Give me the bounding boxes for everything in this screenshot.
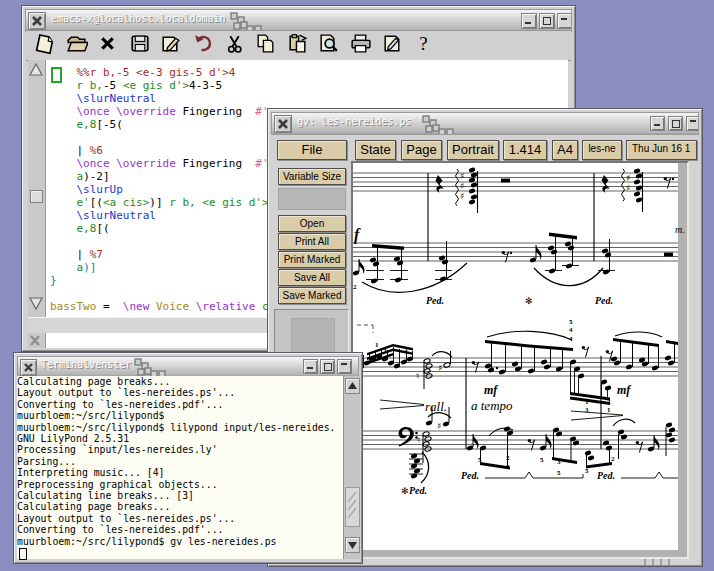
code-line: | %7: [50, 248, 282, 261]
hand-mark: m.: [675, 224, 685, 235]
code-line: %%r b,-5 <e-3 gis-5 d'>4: [50, 66, 282, 79]
gv-save-marked-button[interactable]: Save Marked: [278, 287, 346, 304]
new-file-icon[interactable]: [33, 32, 59, 58]
gv-papersize-button[interactable]: A4: [552, 140, 578, 160]
code-line: e,8[-5(: [50, 118, 282, 131]
fingering: 4: [569, 326, 573, 334]
fingering: 5: [540, 456, 544, 464]
accidental-natural: ♮: [417, 435, 420, 445]
close-icon[interactable]: [28, 12, 46, 30]
close-icon[interactable]: [20, 359, 37, 376]
scroll-up-icon[interactable]: [29, 63, 44, 77]
accidental-natural: ♮: [416, 371, 419, 381]
undo-icon[interactable]: [191, 32, 217, 58]
fingering: 2: [353, 283, 357, 291]
shade-button[interactable]: [557, 13, 572, 29]
gv-save-all-button[interactable]: Save All: [278, 269, 346, 286]
gv-print-marked-button[interactable]: Print Marked: [278, 251, 346, 268]
fingering: 5: [569, 318, 573, 326]
titlebar-decoration: [422, 114, 456, 135]
code-line: a)-2]: [50, 170, 282, 183]
fingering: 3: [506, 463, 510, 471]
fingering: 2: [506, 454, 510, 462]
emacs-toolbar: ?: [26, 30, 571, 61]
paste-icon[interactable]: [286, 32, 312, 58]
copy-icon[interactable]: [254, 32, 280, 58]
scroll-up-icon[interactable]: [345, 378, 360, 394]
pedal-release-2: ✻: [401, 486, 409, 496]
window-title: emacs-x@localhost.localdomain: [51, 13, 226, 24]
scrollbar-thumb[interactable]: [30, 190, 43, 203]
terminal-line: Preprocessing graphical objects...: [17, 479, 343, 490]
maximize-button[interactable]: [539, 13, 555, 29]
scroll-down-icon[interactable]: [29, 296, 44, 310]
gv-page-button[interactable]: Page: [401, 140, 442, 160]
fingering: 3: [585, 406, 589, 414]
resize-grip[interactable]: [643, 559, 673, 565]
gv-locator-box: [278, 188, 346, 210]
fingering: 5: [585, 467, 589, 475]
code-line: | %6: [50, 144, 282, 157]
kill-buffer-icon[interactable]: [96, 32, 122, 58]
code-line: \once \override Fingering #'ex: [50, 105, 282, 118]
scrollbar-thumb[interactable]: [345, 487, 360, 527]
print-icon[interactable]: [349, 32, 375, 58]
pedal-2: Ped.: [595, 295, 613, 306]
tempo-a-tempo: a tempo: [471, 398, 513, 413]
save-icon[interactable]: [128, 32, 154, 58]
svg-text:♯: ♯: [460, 191, 464, 201]
shade-button[interactable]: [686, 116, 699, 131]
gv-state-button[interactable]: State: [355, 140, 396, 160]
pedal-1: Ped.: [426, 295, 444, 306]
gv-page-thumbnail[interactable]: [291, 318, 335, 355]
maximize-button[interactable]: [668, 116, 683, 131]
code-line: a)]: [50, 261, 282, 274]
gv-titlebar[interactable]: gv: les-nereides.ps: [271, 112, 699, 135]
code-line: e'[(<a cis>)] r b, <e gis d'>4: [50, 196, 282, 209]
customize-icon[interactable]: [381, 32, 407, 58]
gv-file-button[interactable]: File: [277, 140, 347, 160]
emacs-cursor: [51, 67, 62, 83]
svg-text:♯: ♯: [460, 171, 464, 181]
write-file-icon[interactable]: [159, 32, 185, 58]
gv-open-button[interactable]: Open: [278, 215, 346, 232]
gv-orientation-button[interactable]: Portrait: [447, 140, 499, 160]
gv-variable-size-button[interactable]: Variable Size: [278, 168, 346, 185]
terminal-scrollbar[interactable]: [343, 376, 360, 559]
code-line: }: [50, 274, 282, 287]
terminal-line: Processing `input/les-nereides.ly': [17, 444, 343, 455]
tempo-rall: rall.: [425, 399, 447, 414]
fingering: 1: [585, 398, 589, 406]
close-icon[interactable]: [274, 115, 292, 133]
minimize-button[interactable]: [303, 359, 318, 374]
emacs-scrollbar[interactable]: [28, 60, 46, 317]
gv-filename-button[interactable]: les-ne: [582, 140, 622, 160]
open-folder-icon[interactable]: [65, 32, 91, 58]
minimize-button[interactable]: [650, 116, 665, 131]
help-icon[interactable]: ?: [412, 32, 438, 58]
shade-button[interactable]: [337, 359, 352, 374]
terminal-line: Calculating page breaks...: [17, 376, 343, 387]
maximize-button[interactable]: [320, 359, 335, 374]
fingering: 2: [607, 398, 611, 406]
code-line: [50, 235, 282, 248]
terminal-line: Layout output to `les-nereides.ps'...: [17, 387, 343, 398]
terminal-output[interactable]: Calculating page breaks...Layout output …: [17, 376, 343, 559]
minimize-button[interactable]: [521, 13, 537, 29]
svg-text:♯: ♯: [626, 183, 630, 193]
scroll-down-icon[interactable]: [345, 537, 360, 553]
terminal-cursor: [19, 548, 27, 560]
search-icon[interactable]: [317, 32, 343, 58]
gv-score-canvas[interactable]: ♯♯♯ ♯♯: [351, 161, 689, 559]
gv-scale-button[interactable]: 1.414: [503, 140, 547, 160]
terminal-window: Terminalvenster Calculating page breaks.…: [13, 352, 363, 564]
emacs-titlebar[interactable]: emacs-x@localhost.localdomain: [25, 9, 572, 32]
titlebar-decoration: [230, 11, 264, 32]
cut-icon[interactable]: [223, 32, 249, 58]
terminal-line: GNU LilyPond 2.5.31: [17, 433, 343, 444]
terminal-titlebar[interactable]: Terminalvenster: [17, 356, 359, 377]
fingering: 3: [557, 458, 561, 466]
gv-date-button[interactable]: Thu Jun 16 1: [626, 140, 697, 160]
gv-print-all-button[interactable]: Print All: [278, 233, 346, 250]
code-line: [50, 287, 282, 300]
